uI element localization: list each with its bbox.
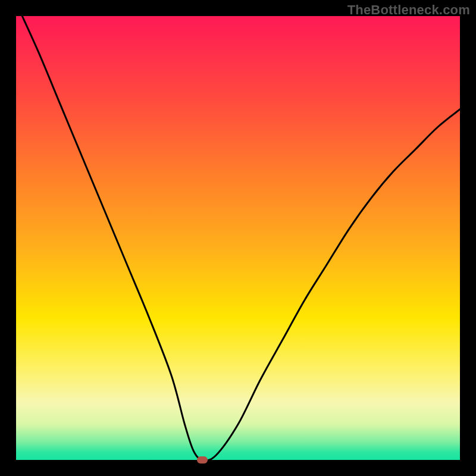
minimum-marker [197,456,208,464]
plot-area [16,16,460,460]
bottleneck-curve [16,16,460,460]
chart-frame: TheBottleneck.com [0,0,476,476]
